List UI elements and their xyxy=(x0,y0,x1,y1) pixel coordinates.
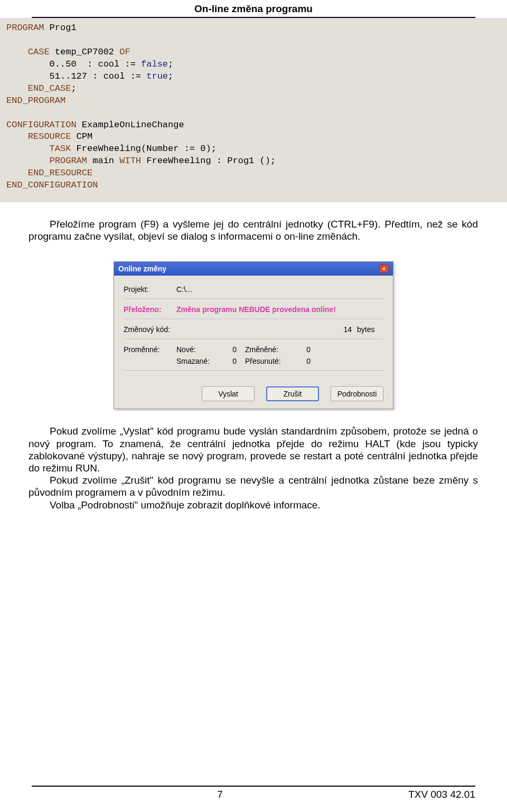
online-changes-dialog: Online změny × Projekt: C:\... Přeloženo… xyxy=(114,261,393,409)
vyslat-button[interactable]: Vyslat xyxy=(202,386,255,401)
dialog-title: Online změny xyxy=(118,265,166,273)
kw-program: PROGRAM xyxy=(6,23,44,33)
value-prelozeno: Změna programu NEBUDE provedena online! xyxy=(176,305,383,314)
divider xyxy=(124,371,383,372)
paragraph-2: Pokud zvolíme „Vyslat" kód programu bude… xyxy=(29,425,478,474)
divider xyxy=(124,299,383,300)
document-number: TXV 003 42.01 xyxy=(408,789,475,800)
page-title: On-line změna programu xyxy=(32,0,475,18)
code-block: PROGRAM Prog1 CASE temp_CP7002 OF 0..50 … xyxy=(0,18,507,202)
value-projekt: C:\... xyxy=(176,285,383,294)
value-smazane: 0 xyxy=(224,357,245,365)
value-presunute: 0 xyxy=(298,357,319,365)
value-nove: 0 xyxy=(224,345,245,354)
dialog-titlebar: Online změny × xyxy=(114,262,393,276)
page-footer: 7 TXV 003 42.01 xyxy=(32,786,475,800)
paragraph-3: Pokud zvolíme „Zrušit" kód programu se n… xyxy=(29,474,478,498)
paragraph-4: Volba „Podrobnosti" umožňuje zobrazit do… xyxy=(29,499,478,511)
label-projekt: Projekt: xyxy=(124,285,176,294)
label-promenne: Proměnné: xyxy=(124,345,176,354)
zrusit-button[interactable]: Zrušit xyxy=(266,386,319,401)
label-presunute: Přesunuté: xyxy=(245,357,298,365)
paragraph-block-2: Pokud zvolíme „Vyslat" kód programu bude… xyxy=(29,425,478,511)
divider xyxy=(124,339,383,340)
divider xyxy=(124,319,383,320)
value-zmenene: 0 xyxy=(298,345,319,354)
value-kod: 14 xyxy=(176,325,357,334)
label-prelozeno: Přeloženo: xyxy=(124,305,176,314)
paragraph-1: Přeložíme program (F9) a vyšleme jej do … xyxy=(29,218,478,242)
unit-bytes: bytes xyxy=(357,325,383,334)
page-number: 7 xyxy=(217,789,223,800)
label-kod: Změnový kód: xyxy=(124,325,176,334)
podrobnosti-button[interactable]: Podrobnosti xyxy=(331,386,383,401)
label-smazane: Smazané: xyxy=(176,357,224,365)
label-nove: Nové: xyxy=(176,345,224,354)
label-zmenene: Změněné: xyxy=(245,345,298,354)
close-icon[interactable]: × xyxy=(379,265,389,273)
